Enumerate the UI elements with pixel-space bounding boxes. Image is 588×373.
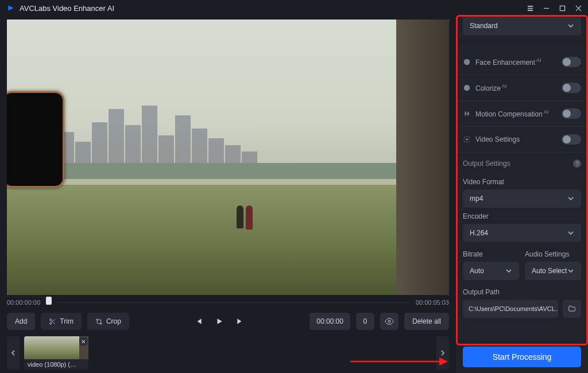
chevron-down-icon [505,267,512,274]
hamburger-menu-icon[interactable] [523,1,537,15]
colorize-setting: ColorizeAI [463,75,581,100]
browse-folder-button[interactable] [563,300,581,318]
help-icon[interactable]: ? [573,160,581,168]
colorize-toggle[interactable] [562,83,581,93]
play-button[interactable] [214,317,225,325]
close-button[interactable] [571,1,586,15]
motion-icon [463,110,471,118]
folder-icon [568,305,576,313]
eye-icon [385,317,394,326]
preview-toggle-button[interactable] [380,313,399,330]
palette-icon [463,84,471,92]
delete-all-button[interactable]: Delete all [404,313,449,330]
clip-strip-next[interactable] [436,336,449,370]
output-path-label: Output Path [463,288,581,296]
app-logo-icon [7,4,15,12]
video-settings-row: Video Settings [463,127,581,152]
face-enhancement-setting: Face EnhancementAI [463,49,581,75]
add-button[interactable]: Add [7,313,35,330]
prev-frame-button[interactable] [193,317,204,325]
svg-point-1 [50,318,52,320]
trim-button[interactable]: Trim [41,313,82,330]
timeline-start: 00:00:00:00 [7,299,40,306]
start-processing-button[interactable]: Start Processing [463,347,581,367]
encoder-label: Encoder [463,212,581,220]
bitrate-label: Bitrate [463,250,519,258]
chevron-down-icon [567,195,574,202]
timeline-end: 00:00:05:03 [416,299,449,306]
face-enhancement-toggle[interactable] [562,57,581,67]
maximize-button[interactable] [555,1,570,15]
crop-icon [95,318,103,325]
chevron-down-icon [567,230,574,236]
face-icon [463,58,471,66]
motion-compensation-setting: Motion CompensationAI [463,101,581,126]
clip-thumbnail[interactable]: ✕ video (1080p) (… [24,336,88,370]
bitrate-dropdown[interactable]: Auto [463,262,519,280]
svg-point-5 [464,85,470,91]
timeline-ruler[interactable]: 00:00:00:00 00:00:05:03 [0,295,456,310]
scissors-icon [49,318,56,325]
clip-remove-button[interactable]: ✕ [79,337,87,345]
svg-point-4 [464,59,470,65]
svg-point-3 [388,320,390,323]
minimize-button[interactable] [539,1,554,15]
clip-strip-prev[interactable] [7,336,20,370]
clip-label: video (1080p) (… [24,359,88,370]
crop-button[interactable]: Crop [87,313,129,330]
timecode-display[interactable]: 00:00:00 [310,313,350,330]
chevron-down-icon [567,22,574,29]
output-settings-header: Output Settings [463,160,510,168]
svg-point-2 [50,323,52,324]
svg-rect-0 [560,6,564,10]
frame-index-display[interactable]: 0 [356,313,374,330]
playhead-marker[interactable] [46,297,52,305]
video-format-label: Video Format [463,178,581,186]
audio-settings-label: Audio Settings [525,250,581,258]
audio-settings-dropdown[interactable]: Auto Select [525,262,581,280]
gear-icon [463,135,471,143]
next-frame-button[interactable] [234,317,246,325]
output-path-field[interactable]: C:\Users\PC\Documents\AVCL… [463,300,558,318]
encoder-dropdown[interactable]: H.264 [463,224,581,242]
video-settings-toggle[interactable] [562,134,581,145]
chevron-down-icon [567,267,574,274]
preset-dropdown[interactable]: Standard [463,16,581,36]
video-format-dropdown[interactable]: mp4 [463,189,581,208]
settings-panel: Standard Face EnhancementAI ColorizeAI [456,16,588,373]
svg-point-6 [466,138,468,141]
motion-compensation-toggle[interactable] [562,108,581,119]
app-title: AVCLabs Video Enhancer AI [20,4,114,13]
video-preview[interactable] [0,16,456,295]
titlebar: AVCLabs Video Enhancer AI [0,0,588,16]
